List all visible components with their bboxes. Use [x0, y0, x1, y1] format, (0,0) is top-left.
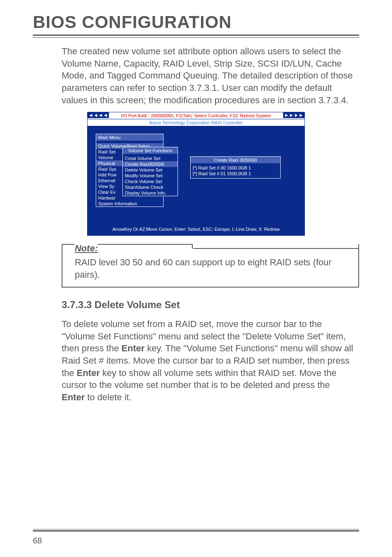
volume-functions-title: Volume Set Functions [123, 147, 178, 154]
bios-footer: ArrowKey Or AZ:Move Cursor, Enter: Selec… [87, 225, 305, 236]
list-item[interactable]: [*] Raid Set # 00 1600.0GB 1 [191, 165, 280, 171]
note-box: Note: RAID level 30 50 and 60 can suppor… [62, 244, 359, 287]
menu-item[interactable]: Modify Volume Set [123, 173, 178, 179]
page-number: 68 [33, 536, 42, 545]
list-item[interactable]: [*] Raid Set # 01 1600.0GB 1 [191, 171, 280, 176]
menu-item[interactable]: System Information [96, 201, 163, 207]
page-title: BIOS CONFIGURATION [33, 12, 359, 32]
bios-screenshot: ◄◄◄◄ I/O Port Addr : 28000000h, F2(Tab):… [87, 112, 305, 236]
menu-item[interactable]: Delete Volume Set [123, 167, 178, 173]
arrow-right-icon: ►►►► [283, 112, 304, 118]
paragraph-segment: key to show all volume sets within that … [62, 368, 337, 390]
section-heading: 3.7.3.3 Delete Volume Set [62, 299, 359, 311]
create-raid-panel: Create Raid 30/50/60 [*] Raid Set # 00 1… [190, 156, 281, 179]
bios-body: Main Menu Quick Volume/Raid Setup Raid S… [87, 126, 305, 225]
paragraph-segment: to delete it. [85, 392, 131, 402]
heading-rule [33, 35, 359, 38]
menu-item[interactable]: Display Volume Info. [123, 190, 178, 196]
bios-header: ◄◄◄◄ I/O Port Addr : 28000000h, F2(Tab):… [87, 112, 305, 119]
menu-item[interactable]: Create Raid30/50/6 [123, 161, 178, 167]
menu-item[interactable]: StopVolume Check [123, 184, 178, 190]
menu-item[interactable]: Check Volume Set [123, 179, 178, 184]
footer-rule [33, 529, 359, 531]
create-raid-title: Create Raid 30/50/60 [191, 157, 280, 163]
volume-functions-panel: Volume Set Functions Creat Volume Set Cr… [122, 147, 178, 196]
note-label: Note: [75, 236, 98, 254]
intro-paragraph: The created new volume set attribute opt… [62, 45, 355, 106]
note-text: RAID level 30 50 and 60 can support up t… [75, 256, 350, 281]
bios-subheader: Areca Technology Corporation RAID Contro… [87, 119, 305, 126]
bios-header-text: I/O Port Addr : 28000000h, F2(Tab): Sele… [121, 113, 271, 118]
key-name: Enter [62, 392, 85, 402]
note-rule [192, 244, 193, 249]
arrow-left-icon: ◄◄◄◄ [88, 112, 109, 118]
key-name: Enter [122, 343, 145, 353]
key-name: Enter [77, 368, 100, 378]
delete-paragraph: To delete volume set from a RAID set, mo… [62, 318, 355, 404]
main-menu-title: Main Menu [96, 134, 163, 141]
note-rule [194, 248, 359, 249]
menu-item[interactable]: Creat Volume Set [123, 155, 178, 161]
